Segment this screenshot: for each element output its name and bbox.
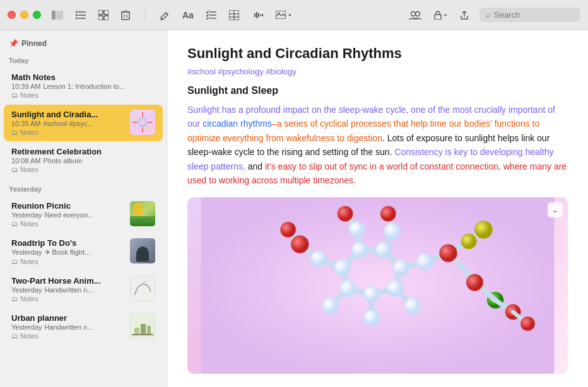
folder-icon: 🗂 (11, 258, 18, 265)
svg-point-88 (281, 222, 296, 238)
svg-point-78 (363, 286, 380, 303)
folder-icon: 🗂 (11, 295, 18, 303)
note-title: Two-Part Horse Anim... (11, 276, 125, 286)
svg-point-74 (351, 242, 368, 258)
fullscreen-button[interactable] (33, 11, 41, 19)
note-folder: 🗂 Notes (11, 166, 155, 173)
note-meta: Yesterday Handwritten n... (11, 323, 125, 331)
note-folder: 🗂 Notes (11, 332, 125, 340)
note-thumbnail (130, 313, 155, 338)
minimize-button[interactable] (20, 11, 28, 19)
note-body: Sunlight has a profound impact on the sl… (187, 103, 568, 187)
svg-point-97 (466, 275, 483, 291)
svg-rect-0 (52, 11, 56, 20)
svg-rect-1 (56, 11, 63, 20)
molecule-svg (187, 197, 568, 374)
compose-button[interactable] (158, 8, 172, 22)
collaborate-button[interactable] (407, 9, 423, 21)
grid-view-button[interactable] (97, 8, 110, 22)
checklist-button[interactable] (204, 9, 218, 21)
pinned-label: Pinned (21, 39, 47, 48)
close-button[interactable] (8, 11, 16, 19)
note-image: ⌄ (187, 197, 568, 374)
svg-point-75 (375, 242, 392, 258)
svg-rect-36 (435, 14, 441, 20)
left-toolbar (50, 8, 132, 22)
note-folder: 🗂 Notes (11, 91, 155, 99)
main-container: 📌 Pinned Today Math Notes 10:39 AM Lesso… (0, 30, 588, 387)
content-area: Sunlight and Circadian Rhythms #school #… (167, 30, 588, 387)
note-thumbnail (130, 201, 155, 226)
text-segment-2: circadian rhythms (203, 118, 272, 129)
note-item-sunlight[interactable]: Sunlight and Ciradia... 10:35 AM #school… (4, 105, 163, 141)
expand-button[interactable]: ⌄ (548, 202, 563, 217)
svg-rect-8 (98, 10, 103, 14)
table-button[interactable] (227, 8, 241, 22)
note-folder: 🗂 Notes (11, 220, 125, 228)
text-segment-6: and (245, 161, 265, 171)
section-today: Today (0, 50, 167, 67)
note-item-horse[interactable]: Two-Part Horse Anim... Yesterday Handwri… (4, 271, 163, 308)
note-item-roadtrip[interactable]: Roadtrip To Do's Yesterday ✈ Book flight… (4, 233, 163, 270)
folder-icon: 🗂 (11, 129, 18, 136)
svg-point-91 (440, 245, 457, 262)
list-view-button[interactable] (74, 9, 88, 21)
svg-point-93 (475, 221, 493, 239)
folder-icon: 🗂 (11, 332, 18, 340)
note-folder: 🗂 Notes (11, 295, 125, 303)
font-button[interactable]: Aa (180, 8, 196, 22)
traffic-lights (8, 11, 41, 19)
svg-point-6 (76, 14, 78, 16)
svg-rect-45 (134, 328, 139, 334)
note-info: Retirement Celebration 10:08 AM Photo al… (11, 147, 155, 173)
note-info: Urban planner Yesterday Handwritten n...… (11, 313, 125, 340)
svg-point-94 (461, 234, 476, 249)
svg-point-90 (380, 206, 396, 221)
delete-button[interactable] (119, 8, 132, 22)
svg-point-82 (384, 223, 401, 240)
svg-point-5 (76, 11, 78, 13)
svg-point-35 (416, 11, 420, 16)
svg-rect-46 (141, 324, 146, 334)
search-box[interactable]: ⌕ (479, 8, 580, 22)
share-button[interactable] (458, 8, 471, 22)
svg-rect-9 (104, 10, 109, 14)
audio-button[interactable] (250, 9, 265, 21)
sidebar: 📌 Pinned Today Math Notes 10:39 AM Lesso… (0, 30, 167, 387)
svg-line-44 (146, 126, 150, 129)
note-title: Reunion Picnic (11, 201, 125, 211)
note-info: Sunlight and Ciradia... 10:35 AM #school… (11, 110, 125, 136)
folder-icon: 🗂 (11, 91, 18, 99)
note-item-reunion[interactable]: Reunion Picnic Yesterday Need everyon...… (4, 196, 163, 233)
note-title: Urban planner (11, 313, 125, 323)
svg-point-84 (363, 310, 380, 326)
sidebar-toggle-button[interactable] (50, 9, 65, 21)
section-yesterday: Yesterday (0, 179, 167, 195)
svg-point-85 (322, 298, 339, 315)
note-item-urban[interactable]: Urban planner Yesterday Handwritten n...… (4, 308, 163, 345)
search-icon: ⌕ (486, 10, 491, 20)
svg-point-89 (338, 206, 353, 221)
note-thumbnail (130, 110, 155, 135)
search-input[interactable] (494, 10, 574, 20)
note-item-math[interactable]: Math Notes 10:39 AM Lesson 1: Introducti… (4, 67, 163, 104)
lock-button[interactable] (432, 9, 449, 21)
note-meta: 10:39 AM Lesson 1: Introduction to... (11, 83, 155, 90)
svg-point-7 (76, 17, 78, 19)
svg-rect-11 (104, 16, 109, 20)
note-item-retirement[interactable]: Retirement Celebration 10:08 AM Photo al… (4, 142, 163, 178)
pin-icon: 📌 (9, 39, 18, 48)
svg-rect-49 (201, 197, 555, 374)
svg-point-34 (411, 11, 416, 16)
pinned-header: 📌 Pinned (0, 35, 167, 50)
note-tags: #school #psychology #biology (187, 67, 568, 76)
note-title: Retirement Celebration (11, 147, 155, 156)
note-subtitle: Sunlight and Sleep (187, 85, 568, 96)
media-button[interactable] (274, 9, 295, 21)
svg-point-101 (520, 317, 534, 331)
note-title: Roadtrip To Do's (11, 238, 125, 248)
note-main-title: Sunlight and Circadian Rhythms (187, 45, 568, 62)
svg-rect-48 (132, 334, 153, 335)
svg-point-87 (291, 236, 309, 253)
note-info: Two-Part Horse Anim... Yesterday Handwri… (11, 276, 125, 303)
